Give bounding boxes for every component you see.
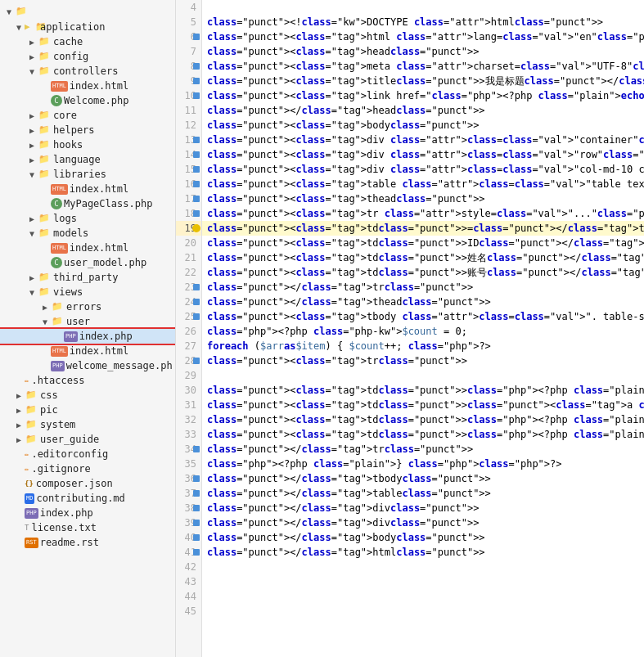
sidebar-item-root-index[interactable]: PHP index.php: [0, 506, 175, 520]
sidebar-item-welcome[interactable]: C Welcome.php: [0, 93, 175, 108]
models-folder-icon: 📁: [38, 227, 51, 239]
txt-icon: T: [25, 524, 29, 532]
sidebar-item-config[interactable]: 📁 config: [0, 49, 175, 64]
application-arrow: [13, 23, 25, 32]
line-number: 20: [176, 236, 201, 250]
ug-arrow: [13, 435, 25, 444]
readme-label: readme.rst: [40, 537, 99, 548]
sidebar-item-third-party[interactable]: 📁 third_party: [0, 270, 175, 285]
sidebar-item-css[interactable]: 📁 css: [0, 388, 175, 403]
line-number: 45: [176, 604, 201, 619]
css-arrow: [13, 391, 25, 400]
lib-index-label: index.html: [70, 183, 128, 195]
breakpoint-marker: [192, 224, 200, 232]
system-folder-icon: 📁: [25, 419, 38, 430]
sidebar-item-gitignore[interactable]: ✏ .gitignore: [0, 461, 175, 476]
tp-arrow: [26, 273, 38, 282]
code-line: class="punct"></class="tag">tbodyclass="…: [202, 471, 644, 486]
sidebar-item-contributing[interactable]: MD contributing.md: [0, 491, 175, 506]
sidebar-item-user-model[interactable]: C user_model.php: [0, 255, 175, 270]
sidebar-item-license[interactable]: T license.txt: [0, 520, 175, 535]
css-label: css: [40, 389, 58, 401]
code-editor: 4567891011121314151617181920212223242526…: [176, 0, 644, 657]
code-line: class="punct"></class="tag">trclass="pun…: [202, 442, 644, 457]
sidebar-item-system[interactable]: 📁 system: [0, 417, 175, 432]
code-line: class="punct"><class="tag">div class="at…: [202, 162, 644, 177]
code-line: class="punct"></class="tag">divclass="pu…: [202, 515, 644, 530]
code-content[interactable]: class="punct"><!class="kw">DOCTYPE class…: [202, 0, 644, 657]
fold-marker: [193, 210, 200, 217]
controllers-arrow: [26, 67, 38, 76]
sidebar-item-htaccess[interactable]: ✏ .htaccess: [0, 373, 175, 388]
sidebar-item-helpers[interactable]: 📁 helpers: [0, 123, 175, 137]
cache-label: cache: [53, 36, 83, 47]
code-line: class="punct"><class="tag">div class="at…: [202, 133, 644, 147]
sidebar-item-errors[interactable]: 📁 errors: [0, 299, 175, 314]
sidebar-item-user-guide[interactable]: 📁 user_guide: [0, 432, 175, 447]
sidebar-item-mypageclass[interactable]: C MyPageClass.php: [0, 196, 175, 211]
file-tree-sidebar: 📁 ▶ 📁 application 📁 cache 📁 config: [0, 0, 176, 657]
line-number: 12: [176, 118, 201, 133]
sidebar-item-user-folder[interactable]: 📁 user: [0, 314, 175, 329]
sidebar-item-welcome-msg[interactable]: PHP welcome_message.ph: [0, 358, 175, 373]
line-number: 43: [176, 574, 201, 589]
code-line: class="punct"><class="tag">table class="…: [202, 177, 644, 191]
controllers-folder-icon: 📁: [38, 65, 51, 77]
code-line: class="punct"><class="tag">div class="at…: [202, 147, 644, 162]
vui-label: index.php: [79, 331, 133, 342]
sidebar-item-views-index[interactable]: HTML index.html: [0, 344, 175, 358]
root-folder[interactable]: 📁: [0, 3, 175, 20]
config-arrow: [26, 52, 38, 61]
fold-marker: [193, 63, 200, 70]
code-line: class="punct"></class="tag">headclass="p…: [202, 103, 644, 118]
sidebar-item-lib-index[interactable]: HTML index.html: [0, 182, 175, 196]
sidebar-item-views-user-index[interactable]: PHP index.php: [0, 329, 175, 344]
sidebar-item-cache[interactable]: 📁 cache: [0, 34, 175, 49]
sidebar-item-models[interactable]: 📁 models: [0, 226, 175, 241]
code-line: class="punct"><class="tag">theadclass="p…: [202, 191, 644, 206]
user-arrow: [39, 317, 51, 326]
libraries-label: libraries: [53, 169, 106, 180]
language-folder-icon: 📁: [38, 154, 51, 165]
views-folder-icon: 📁: [38, 286, 51, 298]
fold-marker: [193, 196, 200, 202]
sidebar-item-views[interactable]: 📁 views: [0, 285, 175, 299]
sidebar-item-controllers[interactable]: 📁 controllers: [0, 64, 175, 79]
um-badge: C: [51, 257, 62, 268]
line-number: 27: [176, 339, 201, 353]
tp-folder-icon: 📁: [38, 272, 51, 283]
code-line: class="punct"><class="tag">tdclass="punc…: [202, 236, 644, 250]
logs-label: logs: [53, 213, 77, 224]
sidebar-item-pic[interactable]: 📁 pic: [0, 403, 175, 417]
libraries-folder-icon: 📁: [38, 169, 51, 180]
sidebar-item-controllers-index[interactable]: HTML index.html: [0, 79, 175, 93]
fold-marker: [193, 181, 200, 187]
user-folder-label: user: [66, 316, 90, 327]
code-line: class="punct"><class="tag">tdclass="punc…: [202, 383, 644, 398]
code-line: class="punct"><class="tag">tdclass="punc…: [202, 398, 644, 412]
sidebar-item-core[interactable]: 📁 core: [0, 108, 175, 123]
code-line: class="punct"><class="tag">headclass="pu…: [202, 44, 644, 59]
tp-label: third_party: [53, 272, 118, 283]
sidebar-item-editorconfig[interactable]: ✏ .editorconfig: [0, 447, 175, 461]
sidebar-item-libraries[interactable]: 📁 libraries: [0, 167, 175, 182]
sidebar-item-application[interactable]: ▶ 📁 application: [0, 20, 175, 34]
line-number: 44: [176, 589, 201, 604]
sidebar-item-logs[interactable]: 📁 logs: [0, 211, 175, 226]
sidebar-item-models-index[interactable]: HTML index.html: [0, 241, 175, 255]
sidebar-item-composer[interactable]: {} composer.json: [0, 476, 175, 491]
fold-marker: [193, 284, 200, 290]
sidebar-item-hooks[interactable]: 📁 hooks: [0, 137, 175, 152]
rst-badge: RST: [25, 538, 38, 548]
lib-html-badge: HTML: [51, 184, 68, 195]
sidebar-item-readme[interactable]: RST readme.rst: [0, 535, 175, 550]
code-line: class="punct"><class="tag">bodyclass="pu…: [202, 118, 644, 133]
line-number: 42: [176, 560, 201, 574]
md-badge: MD: [25, 493, 34, 504]
license-label: license.txt: [31, 522, 96, 533]
views-index-label: index.html: [70, 345, 128, 357]
code-line: class="punct"></class="tag">trclass="pun…: [202, 280, 644, 295]
system-arrow: [13, 421, 25, 430]
code-line: class="punct"><!class="kw">DOCTYPE class…: [202, 15, 644, 29]
sidebar-item-language[interactable]: 📁 language: [0, 152, 175, 167]
